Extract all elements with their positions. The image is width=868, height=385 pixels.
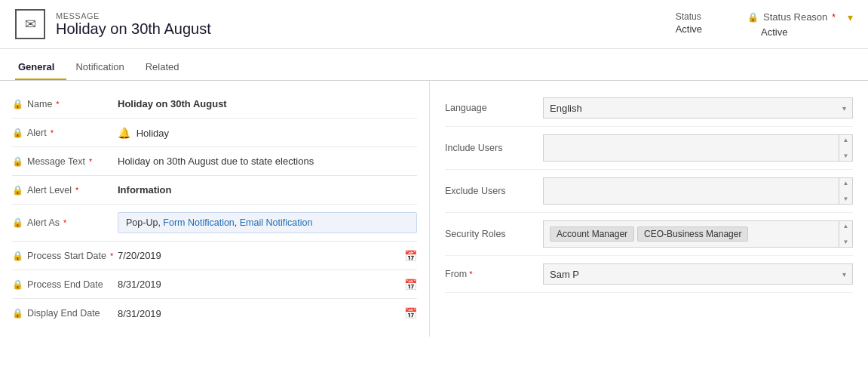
status-reason-group: 🔒 Status Reason * ▾ Active (747, 11, 853, 38)
header-meta: MESSAGE Holiday on 30th August (56, 11, 676, 38)
scroll-down-security[interactable]: ▼ (843, 239, 849, 245)
lock-icon-process-end: 🔒 (12, 279, 23, 290)
security-roles-tags: Account Manager CEO-Business Manager (550, 226, 748, 242)
include-users-scroll: ▲ ▼ (839, 135, 852, 161)
required-mark-alert: * (51, 128, 54, 137)
record-title: Holiday on 30th August (56, 20, 676, 38)
field-label-alert: 🔒 Alert * (12, 128, 118, 138)
scroll-up-include[interactable]: ▲ (843, 137, 849, 143)
field-row-language: Language English ▾ (445, 90, 853, 127)
security-roles-scroll: ▲ ▼ (839, 221, 852, 247)
lock-icon-alert-level: 🔒 (12, 185, 23, 196)
field-row-alert-as: 🔒 Alert As * Pop-Up, Form Notification, … (12, 205, 417, 242)
calendar-icon-display-end[interactable]: 📅 (404, 307, 417, 319)
tag-account-manager: Account Manager (550, 226, 634, 242)
from-value: Sam P (550, 269, 579, 280)
scroll-down-include[interactable]: ▼ (843, 152, 849, 159)
label-text-name: Name (27, 99, 52, 109)
required-mark-process-start: * (110, 251, 113, 260)
language-select[interactable]: English ▾ (543, 97, 853, 119)
field-value-alert: 🔔 Holiday (118, 127, 417, 139)
field-row-alert: 🔒 Alert * 🔔 Holiday (12, 119, 417, 147)
exclude-users-select[interactable]: ▲ ▼ (543, 177, 853, 205)
label-text-process-end: Process End Date (27, 279, 103, 290)
calendar-icon-process-start[interactable]: 📅 (404, 250, 417, 262)
process-start-date-value: 7/20/2019 (118, 250, 161, 261)
right-panel: Language English ▾ Include Users ▲ ▼ (430, 81, 868, 337)
field-label-process-start-date: 🔒 Process Start Date * (12, 251, 118, 261)
status-value: Active (676, 23, 702, 35)
field-value-alert-as[interactable]: Pop-Up, Form Notification, Email Notific… (118, 212, 417, 233)
tab-bar: General Notification Related (0, 55, 868, 81)
field-row-include-users: Include Users ▲ ▼ (445, 127, 853, 170)
label-text-process-start: Process Start Date (27, 251, 106, 261)
calendar-icon-process-end[interactable]: 📅 (404, 279, 417, 291)
from-label-text: From (445, 269, 467, 279)
lock-icon-process-start: 🔒 (12, 251, 23, 261)
language-chevron: ▾ (842, 104, 846, 112)
chevron-down-icon[interactable]: ▾ (848, 11, 853, 23)
field-value-security-roles: Account Manager CEO-Business Manager ▲ ▼ (543, 220, 853, 248)
field-value-display-end: 8/31/2019 📅 (118, 307, 417, 319)
lock-icon-alert-as: 🔒 (12, 217, 23, 228)
field-row-process-start-date: 🔒 Process Start Date * 7/20/2019 📅 (12, 242, 417, 270)
lock-icon: 🔒 (747, 12, 759, 23)
scroll-up-exclude[interactable]: ▲ (843, 180, 849, 186)
field-value-from: Sam P ▾ (543, 263, 853, 285)
alert-as-form[interactable]: Form Notification (163, 217, 234, 228)
field-label-display-end-date: 🔒 Display End Date (12, 308, 118, 319)
field-value-process-end: 8/31/2019 📅 (118, 279, 417, 291)
field-value-name: Holiday on 30th August (118, 98, 417, 109)
field-row-from: From * Sam P ▾ (445, 256, 853, 293)
status-reason-header: 🔒 Status Reason * ▾ (747, 11, 853, 23)
tab-general[interactable]: General (15, 55, 66, 80)
exclude-users-scroll: ▲ ▼ (839, 178, 852, 204)
field-row-process-end-date: 🔒 Process End Date 8/31/2019 📅 (12, 270, 417, 299)
from-required-star: * (469, 270, 472, 279)
message-icon: ✉ (15, 9, 45, 39)
field-row-alert-level: 🔒 Alert Level * Information (12, 176, 417, 205)
field-value-process-start: 7/20/2019 📅 (118, 250, 417, 262)
lock-icon-name: 🔒 (12, 99, 23, 109)
field-value-alert-level: Information (118, 184, 417, 196)
language-value: English (550, 103, 582, 114)
from-select[interactable]: Sam P ▾ (543, 263, 853, 285)
field-label-exclude-users: Exclude Users (445, 186, 543, 196)
field-row-message-text: 🔒 Message Text * Holiday on 30th August … (12, 147, 417, 176)
label-text-alert-as: Alert As (27, 217, 60, 228)
tab-related[interactable]: Related (143, 55, 192, 80)
alert-link[interactable]: Holiday (136, 128, 169, 139)
field-row-display-end-date: 🔒 Display End Date 8/31/2019 📅 (12, 299, 417, 328)
display-end-date-value: 8/31/2019 (118, 308, 161, 319)
field-label-process-end-date: 🔒 Process End Date (12, 279, 118, 290)
required-star: * (832, 12, 836, 23)
label-text-alert: Alert (27, 128, 47, 138)
field-label-alert-level: 🔒 Alert Level * (12, 185, 118, 196)
required-mark-name: * (56, 100, 59, 109)
from-chevron: ▾ (842, 270, 846, 279)
entity-label: MESSAGE (56, 11, 676, 20)
field-label-from: From * (445, 269, 543, 279)
alert-as-email[interactable]: Email Notification (240, 217, 313, 228)
field-label-include-users: Include Users (445, 143, 543, 153)
lock-icon-message-text: 🔒 (12, 156, 23, 167)
include-users-select[interactable]: ▲ ▼ (543, 134, 853, 162)
label-text-alert-level: Alert Level (27, 185, 72, 196)
status-label: Status (676, 11, 702, 22)
field-value-language: English ▾ (543, 97, 853, 119)
field-row-name: 🔒 Name * Holiday on 30th August (12, 90, 417, 119)
security-roles-select[interactable]: Account Manager CEO-Business Manager ▲ ▼ (543, 220, 853, 248)
scroll-down-exclude[interactable]: ▼ (843, 196, 849, 202)
field-label-message-text: 🔒 Message Text * (12, 156, 118, 167)
tab-notification[interactable]: Notification (72, 55, 136, 80)
alert-as-popup: Pop-Up, (126, 217, 163, 228)
left-panel: 🔒 Name * Holiday on 30th August 🔒 Alert … (0, 81, 430, 337)
required-mark-message-text: * (89, 157, 92, 166)
scroll-up-security[interactable]: ▲ (843, 223, 849, 229)
header-status-area: Status Active 🔒 Status Reason * ▾ Active (676, 11, 853, 38)
tag-ceo-business-manager: CEO-Business Manager (637, 226, 748, 242)
field-label-name: 🔒 Name * (12, 99, 118, 109)
field-label-alert-as: 🔒 Alert As * (12, 217, 118, 228)
field-label-security-roles: Security Roles (445, 229, 543, 239)
process-end-date-value: 8/31/2019 (118, 279, 161, 290)
